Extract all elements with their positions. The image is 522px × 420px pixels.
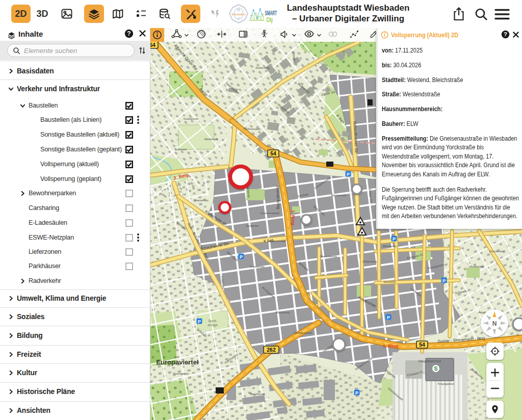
svg-text:SMART: SMART xyxy=(265,10,277,17)
svg-text:anlage: anlage xyxy=(207,323,218,327)
svg-text:Oranienstr.: Oranienstr. xyxy=(489,249,505,253)
svg-text:Hellmundstr.: Hellmundstr. xyxy=(244,127,262,130)
svg-text:Bismarckring: Bismarckring xyxy=(275,186,281,209)
svg-text:Sport-: Sport- xyxy=(208,319,217,323)
svg-text:Zietenring: Zietenring xyxy=(255,66,270,69)
svg-text:N: N xyxy=(492,320,497,327)
svg-text:?: ? xyxy=(127,30,130,37)
svg-text:Hellmundstr.: Hellmundstr. xyxy=(269,239,287,243)
svg-text:Zietenring: Zietenring xyxy=(362,259,377,263)
svg-text:S: S xyxy=(434,365,437,372)
svg-text:Gneisenaustr.: Gneisenaustr. xyxy=(260,211,280,215)
svg-text:Wiesbaden: Wiesbaden xyxy=(231,13,246,16)
svg-text:Europaviertel: Europaviertel xyxy=(156,358,198,366)
svg-text:54: 54 xyxy=(270,150,276,156)
svg-text:Hauptbahnhof: Hauptbahnhof xyxy=(419,359,441,363)
svg-text:54: 54 xyxy=(419,342,425,348)
svg-text:P: P xyxy=(347,172,350,177)
svg-text:Bertramstr.: Bertramstr. xyxy=(331,193,347,197)
svg-text:Seerobenstr.: Seerobenstr. xyxy=(320,254,337,258)
svg-text:Blücherstr.: Blücherstr. xyxy=(250,392,265,396)
svg-text:262: 262 xyxy=(267,347,276,353)
svg-text:Bülowstr.: Bülowstr. xyxy=(174,147,187,151)
svg-text:P: P xyxy=(387,315,390,320)
svg-text:P: P xyxy=(442,278,446,283)
svg-text:1. Ring: 1. Ring xyxy=(291,210,296,225)
svg-text:Oranienstr.: Oranienstr. xyxy=(194,198,210,202)
svg-text:Goebenstr.: Goebenstr. xyxy=(250,265,266,268)
svg-text:Moritzstr.: Moritzstr. xyxy=(383,280,396,283)
svg-text:Gneisenaustr.: Gneisenaustr. xyxy=(294,331,313,334)
svg-text:P: P xyxy=(240,254,243,259)
svg-text:1. Ring: 1. Ring xyxy=(383,344,398,349)
svg-text:Kirchgasse: Kirchgasse xyxy=(173,372,189,375)
svg-text:P: P xyxy=(198,319,201,324)
svg-text:P: P xyxy=(393,237,396,242)
svg-text:Krautgarten: Krautgarten xyxy=(438,382,455,385)
svg-text:City: City xyxy=(267,16,273,23)
svg-text:Wellritzstr.: Wellritzstr. xyxy=(204,137,219,141)
svg-text:P: P xyxy=(355,390,358,396)
svg-text:Blücherstr.: Blücherstr. xyxy=(275,310,291,314)
svg-text:?: ? xyxy=(504,31,507,37)
svg-text:Sedanstr.: Sedanstr. xyxy=(246,224,259,227)
svg-text:Werderstr.: Werderstr. xyxy=(383,244,398,248)
svg-text:Moltkering: Moltkering xyxy=(469,265,484,268)
svg-text:Goebenstr.: Goebenstr. xyxy=(184,117,199,120)
svg-text:54: 54 xyxy=(150,42,155,48)
